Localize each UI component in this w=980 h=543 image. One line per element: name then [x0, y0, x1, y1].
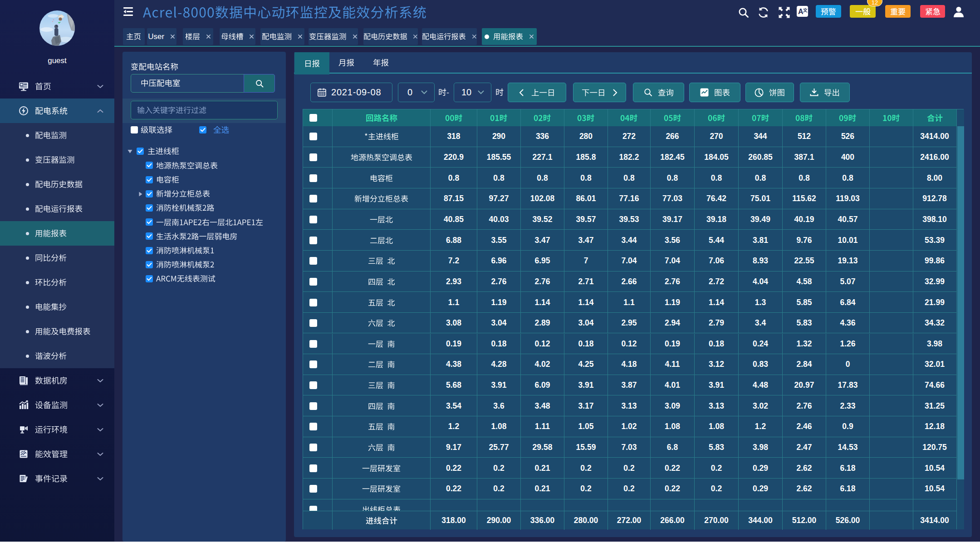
- svg-text:A: A: [798, 8, 804, 15]
